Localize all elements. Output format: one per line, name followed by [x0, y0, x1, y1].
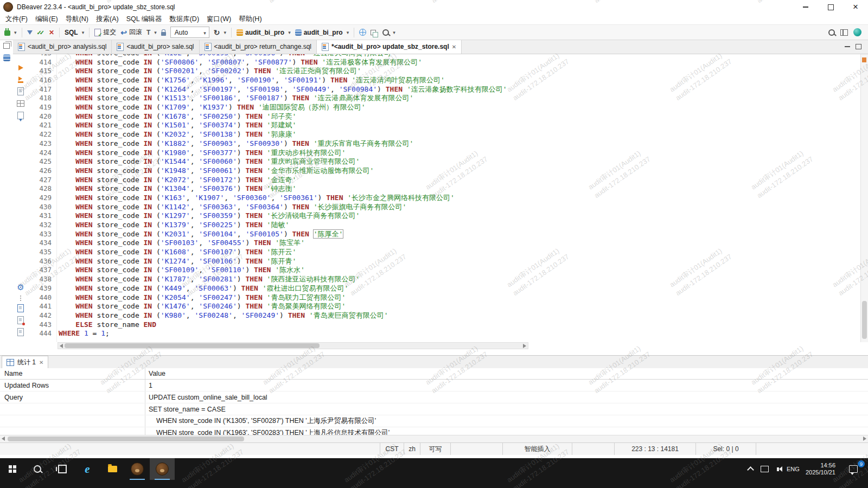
sql-menu-button[interactable]: SQL — [62, 27, 86, 38]
minimize-view-icon[interactable] — [845, 46, 850, 47]
line-number: 441 — [28, 302, 56, 311]
compare-button[interactable] — [368, 28, 380, 37]
editor-tab[interactable]: <audit_bi_pro> analysis.sql — [13, 40, 112, 54]
result-grid-button[interactable] — [15, 99, 26, 108]
rollback-quick-button[interactable] — [47, 27, 56, 38]
menu-item[interactable]: 窗口(W) — [203, 14, 235, 24]
start-button[interactable] — [0, 458, 25, 480]
script-file-button-3[interactable] — [15, 327, 26, 337]
stats-row[interactable]: WHEN store_code IN ('K1305', 'SF00287') … — [0, 415, 868, 427]
settings-button[interactable] — [15, 282, 26, 292]
maximize-view-icon[interactable] — [856, 44, 861, 49]
menu-item[interactable]: 数据库(D) — [165, 14, 203, 24]
restore-panel-icon[interactable] — [3, 43, 10, 49]
stats-row[interactable]: SET store_name = CASE — [0, 403, 868, 415]
sql-editor[interactable]: WHEN store_code IN ('K162', 'SF00195', '… — [57, 54, 860, 342]
menu-item[interactable]: SQL 编辑器 — [123, 14, 166, 24]
internet-explorer-button[interactable] — [75, 458, 100, 480]
scroll-left-arrow-icon[interactable] — [60, 344, 63, 348]
autocommit-select[interactable]: Auto — [170, 27, 209, 38]
taskbar-dbeaver-button-2[interactable] — [150, 458, 175, 480]
connection-combo[interactable]: audit_bi_pro — [234, 27, 293, 38]
database-navigator-icon[interactable] — [3, 54, 10, 61]
refresh-button[interactable] — [212, 27, 228, 38]
column-header-name[interactable]: Name — [0, 368, 145, 379]
editor-tab[interactable]: *<audit_bi_pro> update_sbz_store.sql — [317, 40, 462, 54]
transaction-mode-button[interactable] — [144, 27, 159, 38]
taskbar-search-button[interactable] — [25, 458, 50, 480]
file-explorer-button[interactable] — [100, 458, 125, 480]
search-menu-button[interactable] — [380, 28, 398, 37]
line-number: 444 — [28, 329, 56, 338]
horizontal-scroll-thumb[interactable] — [65, 343, 320, 348]
editor-tab-bar: <audit_bi_pro> analysis.sql<audit_bi_pro… — [13, 40, 868, 54]
execute-script-button[interactable] — [15, 75, 26, 85]
scroll-right-arrow-icon[interactable] — [863, 436, 866, 441]
code-line: WHEN store_code IN ('K1297', 'SF00359') … — [59, 211, 860, 221]
panel-horizontal-scrollbar[interactable] — [0, 435, 868, 442]
menu-item[interactable]: 帮助(H) — [235, 14, 265, 24]
script-file-button-2[interactable] — [15, 315, 26, 325]
rollback-button[interactable]: 回滚 — [118, 26, 144, 38]
toolbar-separator — [231, 28, 232, 37]
dbeaver-icon — [156, 463, 169, 476]
task-view-button[interactable] — [50, 458, 75, 480]
community-button[interactable] — [851, 27, 864, 38]
menu-item[interactable]: 文件(F) — [2, 14, 31, 24]
stats-row[interactable]: QueryUPDATE custom_online_sale_bill_loca… — [0, 391, 868, 403]
stats-tab[interactable]: 统计 1 — [2, 356, 48, 368]
scroll-left-arrow-icon[interactable] — [2, 436, 5, 441]
editor-vertical-scrollbar[interactable] — [860, 54, 868, 342]
column-header-value[interactable]: Value — [145, 368, 868, 379]
schema-combo[interactable]: audit_bi_pro — [293, 27, 352, 38]
lock-button[interactable] — [159, 27, 168, 37]
find-button[interactable] — [826, 28, 837, 37]
commit-label: 提交 — [103, 28, 116, 37]
code-line: WHEN store_code IN ('K1948', 'SF00061') … — [59, 166, 860, 176]
action-center-button[interactable]: 9 — [841, 458, 866, 480]
tray-expand-button[interactable] — [744, 458, 758, 480]
close-icon[interactable] — [39, 358, 43, 366]
document-alert-icon — [17, 316, 24, 324]
menu-item[interactable]: 导航(N) — [62, 14, 92, 24]
editor-horizontal-scrollbar[interactable] — [58, 342, 528, 349]
menu-item[interactable]: 编辑(E) — [31, 14, 62, 24]
layout-icon — [840, 29, 848, 36]
scroll-right-arrow-icon[interactable] — [523, 344, 526, 348]
script-file-button-1[interactable] — [15, 303, 26, 313]
execute-button[interactable] — [25, 29, 35, 36]
execute-sql-button[interactable] — [15, 63, 26, 73]
close-button[interactable] — [843, 0, 868, 14]
minimize-button[interactable] — [793, 0, 818, 14]
dbeaver-logo-icon — [3, 2, 13, 12]
close-icon[interactable] — [452, 43, 456, 50]
editor-tab[interactable]: <audit_bi_pro> sale.sql — [112, 40, 199, 54]
maximize-button[interactable] — [818, 0, 843, 14]
line-number: 440 — [28, 293, 56, 303]
tray-volume-button[interactable] — [772, 458, 786, 480]
line-number: 413 — [28, 54, 56, 58]
language-button[interactable]: ENG — [786, 458, 800, 480]
line-number: 443 — [28, 320, 56, 330]
line-number: 430 — [28, 203, 56, 212]
editor-tab[interactable]: <audit_bi_pro> return_change.sql — [200, 40, 317, 54]
commit-quick-button[interactable] — [35, 27, 47, 38]
panel-scroll-thumb[interactable] — [8, 436, 244, 441]
commit-button[interactable]: 提交 — [92, 26, 118, 38]
connection-selector[interactable] — [2, 27, 19, 37]
toolbar-separator — [22, 28, 22, 37]
explain-plan-button[interactable] — [15, 87, 26, 97]
menu-item[interactable]: 搜索(A) — [92, 14, 123, 24]
tray-display-button[interactable] — [758, 458, 772, 480]
export-button[interactable] — [15, 111, 26, 120]
vertical-scroll-thumb[interactable] — [862, 301, 867, 339]
stats-name-cell: Updated Rows — [0, 380, 145, 391]
network-button[interactable] — [357, 27, 368, 37]
folder-icon — [108, 466, 117, 472]
menu-bar: 文件(F)编辑(E)导航(N)搜索(A)SQL 编辑器数据库(D)窗口(W)帮助… — [0, 14, 868, 24]
stats-row[interactable]: Updated Rows1 — [0, 380, 868, 391]
clock[interactable]: 14:56 2025/10/21 — [800, 462, 841, 476]
play-script-icon — [18, 76, 24, 83]
taskbar-dbeaver-button-1[interactable] — [125, 458, 150, 480]
perspective-button[interactable] — [838, 28, 850, 37]
